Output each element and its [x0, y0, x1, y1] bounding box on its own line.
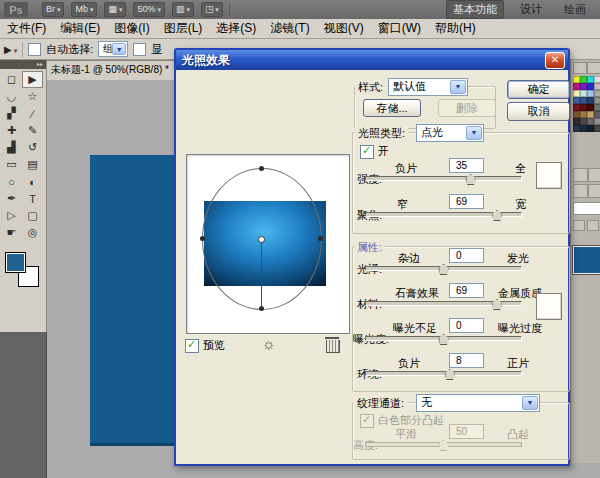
menu-item[interactable]: 选择(S) [209, 20, 263, 37]
color-swatch[interactable] [594, 97, 600, 104]
color-swatch[interactable] [587, 83, 594, 90]
document-tab[interactable]: 未标题-1 @ 50%(RGB/8) * [44, 60, 178, 80]
tool-pen[interactable]: ✒ [1, 190, 22, 207]
menu-item[interactable]: 图像(I) [107, 20, 156, 37]
chevron-down-icon[interactable]: ▼ [450, 80, 466, 94]
tool-path-select[interactable]: ▷ [1, 207, 22, 224]
tool-crop[interactable]: ▞ [1, 105, 22, 122]
light-type-select[interactable]: 点光 ▼ [416, 124, 484, 142]
zoom-level-control[interactable]: 50% [133, 2, 164, 17]
tool-type[interactable]: T [22, 190, 43, 207]
exposure-value[interactable]: 0 [449, 318, 484, 333]
color-swatch[interactable] [587, 118, 594, 125]
color-swatch[interactable] [573, 76, 580, 83]
color-swatch[interactable] [580, 83, 587, 90]
color-swatch[interactable] [573, 118, 580, 125]
workspace-design[interactable]: 设计 [514, 1, 548, 18]
style-select[interactable]: 默认值 ▼ [388, 78, 468, 96]
menu-item[interactable]: 帮助(H) [428, 20, 483, 37]
workspace-essentials[interactable]: 基本功能 [446, 0, 504, 19]
panel-icon-stub[interactable] [587, 220, 599, 231]
foreground-color-swatch[interactable] [5, 252, 26, 273]
layer-thumbnail[interactable] [573, 246, 600, 274]
tool-move[interactable]: ▶ [22, 71, 43, 88]
tool-eraser[interactable]: ▭ [1, 156, 22, 173]
ok-button[interactable]: 确定 [507, 80, 570, 99]
color-swatch[interactable] [587, 104, 594, 111]
color-swatch[interactable] [594, 118, 600, 125]
light-center-handle[interactable] [258, 236, 265, 243]
material-slider[interactable] [365, 301, 522, 306]
color-swatch[interactable] [580, 125, 587, 132]
color-swatch[interactable] [573, 90, 580, 97]
light-handle-top[interactable] [259, 166, 264, 171]
ambience-slider[interactable] [365, 371, 522, 376]
color-swatch[interactable] [573, 83, 580, 90]
texture-channel-select[interactable]: 无 ▼ [416, 394, 540, 412]
tool-shape[interactable]: ▢ [22, 207, 43, 224]
arrange-documents-icon[interactable]: ▥ [172, 2, 194, 17]
focus-value[interactable]: 69 [449, 194, 484, 209]
menu-item[interactable]: 滤镜(T) [263, 20, 316, 37]
light-handle-left[interactable] [200, 236, 205, 241]
tool-gradient[interactable]: ▤ [22, 156, 43, 173]
panel-tab-stub[interactable] [573, 184, 588, 198]
panel-tab-stub[interactable] [588, 168, 600, 182]
intensity-slider[interactable] [365, 176, 522, 181]
color-swatch[interactable] [580, 90, 587, 97]
ambience-value[interactable]: 8 [449, 353, 484, 368]
blend-mode-select-stub[interactable] [573, 202, 600, 215]
material-color-well[interactable] [536, 293, 562, 320]
workspace-painting[interactable]: 绘画 [558, 1, 592, 18]
color-swatch[interactable] [573, 97, 580, 104]
tool-history-brush[interactable]: ↺ [22, 139, 43, 156]
color-swatch[interactable] [587, 76, 594, 83]
color-swatch[interactable] [573, 111, 580, 118]
tool-lasso[interactable]: ◡ [1, 88, 22, 105]
menu-item[interactable]: 视图(V) [317, 20, 371, 37]
color-swatch[interactable] [580, 104, 587, 111]
intensity-value[interactable]: 35 [449, 158, 484, 173]
light-color-well[interactable] [536, 162, 562, 189]
color-swatch[interactable] [580, 111, 587, 118]
delete-light-trash-icon[interactable] [326, 340, 340, 353]
color-swatch[interactable] [594, 90, 600, 97]
tool-blur[interactable]: ○ [1, 173, 22, 190]
menu-item[interactable]: 文件(F) [0, 20, 53, 37]
panel-tab-stub[interactable] [573, 168, 588, 182]
tool-rect-marquee[interactable]: ◻ [1, 71, 22, 88]
color-swatch[interactable] [587, 125, 594, 132]
color-swatch[interactable] [573, 104, 580, 111]
exposure-slider[interactable] [365, 336, 522, 341]
toolbox-collapse-icon[interactable]: ▸▸ [0, 60, 46, 69]
tool-quick-select[interactable]: ☆ [22, 88, 43, 105]
panel-tab-stub[interactable] [587, 62, 600, 74]
color-swatch[interactable] [594, 83, 600, 90]
launch-bridge-icon[interactable]: Br [42, 2, 64, 17]
move-tool-preset-icon[interactable]: ▶ [4, 44, 17, 55]
tool-clone-stamp[interactable]: ▟ [1, 139, 22, 156]
focus-slider[interactable] [365, 212, 522, 217]
menu-item[interactable]: 窗口(W) [371, 20, 428, 37]
color-swatch[interactable] [587, 111, 594, 118]
light-on-checkbox[interactable] [360, 145, 374, 159]
gloss-slider[interactable] [365, 266, 522, 271]
launch-mini-bridge-icon[interactable]: Mb [71, 2, 97, 17]
preview-checkbox[interactable] [185, 339, 199, 353]
auto-select-scope-select[interactable]: 组 [98, 41, 128, 57]
close-icon[interactable]: ✕ [545, 52, 565, 69]
tool-zoom[interactable]: ◎ [22, 224, 43, 241]
chevron-down-icon[interactable]: ▼ [522, 396, 538, 410]
color-swatch[interactable] [594, 104, 600, 111]
color-swatch[interactable] [594, 125, 600, 132]
color-swatch[interactable] [580, 76, 587, 83]
tool-healing-brush[interactable]: ✚ [1, 122, 22, 139]
save-button[interactable]: 存储... [363, 99, 421, 117]
add-light-bulb-icon[interactable]: ☼ [262, 335, 276, 352]
auto-select-checkbox[interactable] [28, 43, 41, 56]
color-swatch[interactable] [580, 97, 587, 104]
cancel-button[interactable]: 取消 [507, 102, 570, 121]
view-extras-icon[interactable]: ▦ [104, 2, 126, 17]
gloss-value[interactable]: 0 [449, 248, 484, 263]
tool-eyedropper[interactable]: ∕ [22, 105, 43, 122]
